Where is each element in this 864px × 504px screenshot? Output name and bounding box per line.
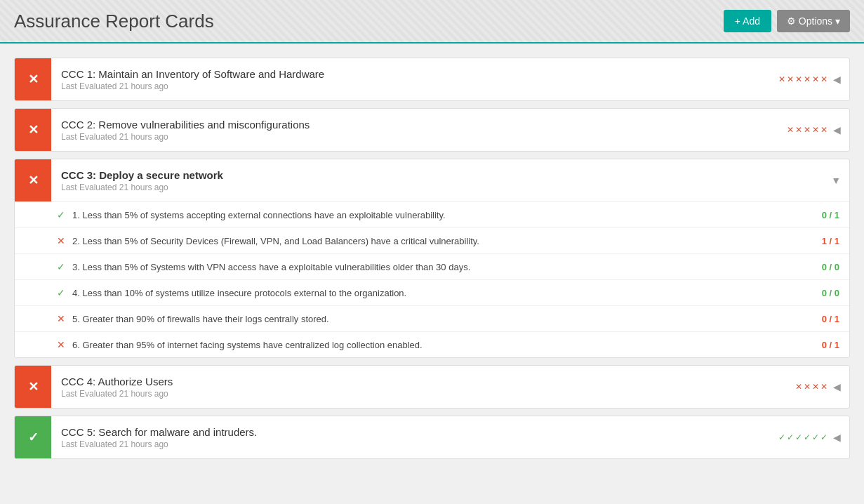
item-icon-ccc3-3: ✓: [57, 287, 65, 298]
card-title-ccc3: CCC 3: Deploy a secure network: [61, 169, 821, 181]
item-score-ccc3-3: 0 / 0: [822, 288, 839, 298]
card-right-ccc4: ✕✕✕✕◀: [795, 381, 849, 392]
star-ccc2-2: ✕: [804, 125, 811, 135]
star-ccc1-2: ✕: [795, 74, 802, 84]
item-text-ccc3-2: 3. Less than 5% of Systems with VPN acce…: [72, 262, 815, 272]
item-score-ccc3-0: 0 / 1: [822, 210, 839, 220]
star-ccc4-0: ✕: [795, 382, 802, 392]
card-right-ccc5: ✓✓✓✓✓✓◀: [778, 432, 849, 443]
item-text-ccc3-4: 5. Greater than 90% of firewalls have th…: [72, 314, 815, 324]
star-ccc1-3: ✕: [804, 74, 811, 84]
page-title: Assurance Report Cards: [14, 11, 214, 32]
chevron-icon-ccc4[interactable]: ◀: [833, 381, 841, 392]
add-button[interactable]: + Add: [724, 10, 771, 32]
item-text-ccc3-1: 2. Less than 5% of Security Devices (Fir…: [72, 236, 815, 246]
card-ccc2: ✕CCC 2: Remove vulnerabilities and misco…: [14, 108, 850, 152]
item-score-ccc3-4: 0 / 1: [822, 314, 839, 324]
star-ccc5-3: ✓: [804, 432, 811, 442]
card-header-ccc5: ✓CCC 5: Search for malware and intruders…: [15, 416, 849, 458]
star-ccc2-1: ✕: [795, 125, 802, 135]
card-header-ccc2: ✕CCC 2: Remove vulnerabilities and misco…: [15, 109, 849, 151]
card-ccc4: ✕CCC 4: Authorize UsersLast Evaluated 21…: [14, 365, 850, 409]
star-row-ccc1: ✕✕✕✕✕✕: [778, 74, 828, 84]
item-icon-ccc3-4: ✕: [57, 313, 65, 324]
card-title-ccc5: CCC 5: Search for malware and intruders.: [61, 426, 769, 438]
main-content: ✕CCC 1: Maintain an Inventory of Softwar…: [0, 44, 864, 480]
card-items-ccc3: ✓1. Less than 5% of systems accepting ex…: [15, 201, 849, 357]
card-title-block-ccc4: CCC 4: Authorize UsersLast Evaluated 21 …: [51, 369, 795, 406]
item-icon-ccc3-0: ✓: [57, 209, 65, 220]
card-status-icon-ccc2: ✕: [15, 109, 51, 151]
star-row-ccc4: ✕✕✕✕: [795, 382, 828, 392]
card-title-ccc1: CCC 1: Maintain an Inventory of Software…: [61, 68, 769, 80]
star-row-ccc5: ✓✓✓✓✓✓: [778, 432, 828, 442]
card-item-ccc3-1: ✕2. Less than 5% of Security Devices (Fi…: [15, 228, 849, 254]
star-ccc4-2: ✕: [812, 382, 819, 392]
item-score-ccc3-1: 1 / 1: [822, 236, 839, 246]
card-item-ccc3-4: ✕5. Greater than 90% of firewalls have t…: [15, 306, 849, 332]
chevron-icon-ccc2[interactable]: ◀: [833, 124, 841, 135]
card-subtitle-ccc4: Last Evaluated 21 hours ago: [61, 389, 785, 399]
card-item-ccc3-0: ✓1. Less than 5% of systems accepting ex…: [15, 202, 849, 228]
star-ccc2-3: ✕: [812, 125, 819, 135]
item-icon-ccc3-2: ✓: [57, 261, 65, 272]
star-ccc5-1: ✓: [787, 432, 794, 442]
star-ccc5-5: ✓: [820, 432, 828, 442]
star-ccc1-4: ✕: [812, 74, 819, 84]
card-title-block-ccc3: CCC 3: Deploy a secure networkLast Evalu…: [51, 162, 831, 199]
card-title-block-ccc2: CCC 2: Remove vulnerabilities and miscon…: [51, 112, 787, 149]
star-ccc1-5: ✕: [820, 74, 828, 84]
item-icon-ccc3-5: ✕: [57, 339, 65, 350]
star-ccc4-3: ✕: [820, 382, 828, 392]
star-ccc4-1: ✕: [804, 382, 811, 392]
header-buttons: + Add ⚙ Options ▾: [724, 10, 850, 32]
star-ccc5-0: ✓: [778, 432, 785, 442]
card-item-ccc3-3: ✓4. Less than 10% of systems utilize ins…: [15, 280, 849, 306]
card-status-icon-ccc4: ✕: [15, 366, 51, 408]
card-header-ccc3: ✕CCC 3: Deploy a secure networkLast Eval…: [15, 159, 849, 201]
card-status-icon-ccc1: ✕: [15, 58, 51, 100]
item-score-ccc3-5: 0 / 1: [822, 340, 839, 350]
card-subtitle-ccc5: Last Evaluated 21 hours ago: [61, 439, 769, 449]
card-ccc5: ✓CCC 5: Search for malware and intruders…: [14, 416, 850, 459]
star-ccc2-0: ✕: [787, 125, 794, 135]
card-ccc1: ✕CCC 1: Maintain an Inventory of Softwar…: [14, 58, 850, 101]
card-right-ccc2: ✕✕✕✕✕◀: [787, 124, 849, 135]
card-title-ccc4: CCC 4: Authorize Users: [61, 376, 785, 387]
card-title-ccc2: CCC 2: Remove vulnerabilities and miscon…: [61, 119, 777, 131]
item-text-ccc3-0: 1. Less than 5% of systems accepting ext…: [72, 210, 815, 220]
card-status-icon-ccc5: ✓: [15, 416, 51, 458]
card-item-ccc3-5: ✕6. Greater than 95% of internet facing …: [15, 332, 849, 357]
card-subtitle-ccc1: Last Evaluated 21 hours ago: [61, 81, 769, 91]
star-ccc2-4: ✕: [820, 125, 828, 135]
item-text-ccc3-5: 6. Greater than 95% of internet facing s…: [72, 340, 815, 350]
item-icon-ccc3-1: ✕: [57, 235, 65, 246]
card-right-ccc1: ✕✕✕✕✕✕◀: [778, 74, 849, 85]
star-ccc5-4: ✓: [812, 432, 819, 442]
chevron-icon-ccc3[interactable]: ▼: [831, 175, 841, 186]
star-row-ccc2: ✕✕✕✕✕: [787, 125, 828, 135]
card-status-icon-ccc3: ✕: [15, 159, 51, 201]
card-title-block-ccc1: CCC 1: Maintain an Inventory of Software…: [51, 61, 778, 98]
item-score-ccc3-2: 0 / 0: [822, 262, 839, 272]
card-right-ccc3: ▼: [831, 175, 849, 186]
options-button[interactable]: ⚙ Options ▾: [777, 10, 850, 32]
star-ccc1-0: ✕: [778, 74, 785, 84]
chevron-icon-ccc5[interactable]: ◀: [833, 432, 841, 443]
card-header-ccc4: ✕CCC 4: Authorize UsersLast Evaluated 21…: [15, 366, 849, 408]
card-subtitle-ccc2: Last Evaluated 21 hours ago: [61, 132, 777, 142]
card-title-block-ccc5: CCC 5: Search for malware and intruders.…: [51, 419, 778, 456]
card-item-ccc3-2: ✓3. Less than 5% of Systems with VPN acc…: [15, 254, 849, 280]
star-ccc5-2: ✓: [795, 432, 802, 442]
page-header: Assurance Report Cards + Add ⚙ Options ▾: [0, 0, 864, 44]
chevron-icon-ccc1[interactable]: ◀: [833, 74, 841, 85]
star-ccc1-1: ✕: [787, 74, 794, 84]
item-text-ccc3-3: 4. Less than 10% of systems utilize inse…: [72, 288, 815, 298]
card-ccc3: ✕CCC 3: Deploy a secure networkLast Eval…: [14, 159, 850, 358]
card-header-ccc1: ✕CCC 1: Maintain an Inventory of Softwar…: [15, 58, 849, 100]
card-subtitle-ccc3: Last Evaluated 21 hours ago: [61, 183, 821, 192]
